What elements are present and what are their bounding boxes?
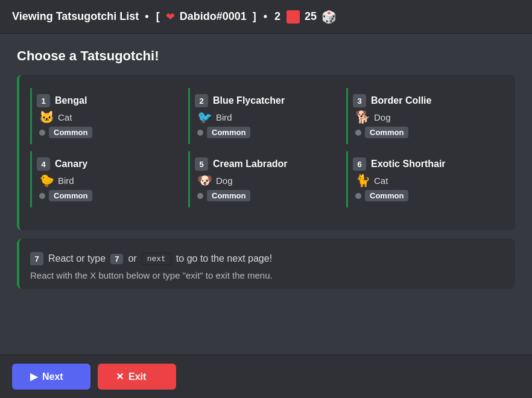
rarity-dot-bc: [355, 130, 361, 136]
next-page-text2: or: [128, 253, 136, 264]
rarity-dot-cl: [197, 193, 203, 199]
rarity-dot-es: [355, 193, 361, 199]
pet-name-row-canary: 4 Canary: [37, 157, 176, 171]
next-page-text1: React or type: [48, 253, 106, 264]
separator1: •: [145, 10, 148, 23]
next-button[interactable]: ▶ Next: [12, 364, 90, 390]
pet-emoji-canary: 🐤: [39, 173, 54, 188]
rarity-dot-bf: [197, 130, 203, 136]
pet-name-cl: Cream Labrador: [213, 159, 288, 169]
app-container: Viewing Tatsugotchi List • [ ❤ Dabido#00…: [0, 0, 532, 398]
pet-rarity-row-canary: Common: [39, 190, 176, 201]
pet-number-4: 4: [37, 157, 50, 171]
pet-rarity-row-bf: Common: [197, 127, 334, 138]
pet-type-cl: Dog: [216, 175, 233, 186]
bracket-left: [: [156, 10, 160, 23]
heart-icon: ❤: [166, 10, 175, 24]
bracket-right: ]: [253, 10, 256, 23]
content-area: Choose a Tatsugotchi! 1 Bengal 🐱 Cat: [0, 34, 532, 355]
pet-name-row-cl: 5 Cream Labrador: [195, 157, 334, 171]
pet-number-3: 3: [353, 94, 366, 107]
exit-hint: React with the X button below or type "e…: [30, 270, 504, 280]
pet-name-bc: Border Collie: [371, 95, 431, 106]
exit-button[interactable]: ✕ Exit: [98, 364, 176, 390]
pet-cell-border-collie: 3 Border Collie 🐕 Dog Common: [346, 88, 504, 144]
rarity-badge-bc: Common: [365, 127, 408, 138]
pet-rarity-row-bc: Common: [355, 127, 497, 138]
next-page-row: 7 React or type 7 or next to go to the n…: [30, 252, 504, 265]
next-button-label: Next: [42, 371, 63, 382]
pet-type-row-es: 🐈 Cat: [355, 173, 497, 188]
pet-type-row-cl: 🐶 Dog: [197, 173, 334, 188]
rarity-badge-bf: Common: [207, 127, 250, 138]
pet-name-row-bf: 2 Blue Flycatcher: [195, 94, 334, 107]
pet-type-es: Cat: [374, 175, 388, 186]
separator2: •: [264, 10, 267, 23]
pet-emoji-bf: 🐦: [197, 110, 212, 124]
pet-type-bf: Bird: [216, 112, 232, 122]
pet-type-canary: Bird: [58, 175, 74, 186]
pet-cell-blue-flycatcher: 2 Blue Flycatcher 🐦 Bird Common: [188, 88, 341, 144]
pet-emoji-es: 🐈: [355, 173, 370, 188]
pet-rarity-row-es: Common: [355, 190, 497, 201]
pet-name-bengal: Bengal: [55, 95, 87, 106]
red-square-icon: [287, 10, 300, 24]
pet-cell-canary: 4 Canary 🐤 Bird Common: [30, 151, 183, 207]
next-code-badge: next: [142, 253, 171, 265]
pet-cell-cream-labrador: 5 Cream Labrador 🐶 Dog Common: [188, 151, 341, 207]
next-page-badge: 7: [30, 252, 43, 265]
pet-type-row-bf: 🐦 Bird: [197, 110, 334, 124]
pet-type-bengal: Cat: [58, 112, 72, 122]
rarity-badge-es: Common: [365, 190, 408, 201]
bottom-bar: ▶ Next ✕ Exit: [0, 355, 532, 398]
exit-x-icon: ✕: [116, 371, 124, 382]
instruction-section: 7 React or type 7 or next to go to the n…: [17, 239, 515, 289]
pet-emoji-bengal: 🐱: [39, 110, 54, 124]
pet-name-canary: Canary: [55, 159, 87, 169]
username: Dabido#0001: [180, 10, 247, 23]
pet-rarity-row-bengal: Common: [39, 127, 176, 138]
rarity-badge-bengal: Common: [49, 127, 92, 138]
pet-emoji-bc: 🐕: [355, 110, 370, 124]
pet-number-1: 1: [37, 94, 50, 107]
pet-emoji-cl: 🐶: [197, 173, 212, 188]
pets-section: 1 Bengal 🐱 Cat Common 2: [17, 75, 515, 230]
pet-name-bf: Blue Flycatcher: [213, 95, 285, 106]
pet-name-es: Exotic Shorthair: [371, 159, 446, 169]
pet-name-row-es: 6 Exotic Shorthair: [353, 157, 497, 171]
badge-num: 2: [274, 10, 280, 23]
pet-type-bc: Dog: [374, 112, 391, 122]
pet-name-row-bengal: 1 Bengal: [37, 94, 176, 107]
next-arrow-icon: ▶: [30, 371, 37, 382]
count-num: 25: [305, 10, 317, 23]
pet-rarity-row-cl: Common: [197, 190, 334, 201]
pet-grid: 1 Bengal 🐱 Cat Common 2: [30, 84, 504, 211]
pet-cell-exotic-shorthair: 6 Exotic Shorthair 🐈 Cat Common: [346, 151, 504, 207]
next-page-text3: to go to the next page!: [176, 253, 272, 264]
pet-number-6: 6: [353, 157, 366, 171]
pet-cell-bengal: 1 Bengal 🐱 Cat Common: [30, 88, 183, 144]
pet-type-row-bengal: 🐱 Cat: [39, 110, 176, 124]
rarity-badge-cl: Common: [207, 190, 250, 201]
choose-title: Choose a Tatsugotchi!: [17, 48, 515, 64]
pet-type-row-bc: 🐕 Dog: [355, 110, 497, 124]
pet-number-2: 2: [195, 94, 208, 107]
title-text: Viewing Tatsugotchi List: [12, 10, 139, 23]
rarity-badge-canary: Common: [49, 190, 92, 201]
exit-button-label: Exit: [128, 371, 146, 382]
pet-name-row-bc: 3 Border Collie: [353, 94, 497, 107]
rarity-dot-bengal: [39, 130, 45, 136]
pet-number-5: 5: [195, 157, 208, 171]
rarity-dot-canary: [39, 193, 45, 199]
title-bar: Viewing Tatsugotchi List • [ ❤ Dabido#00…: [0, 0, 532, 34]
pet-type-row-canary: 🐤 Bird: [39, 173, 176, 188]
dice-icon: 🎲: [321, 10, 337, 24]
num7-badge: 7: [110, 254, 123, 264]
